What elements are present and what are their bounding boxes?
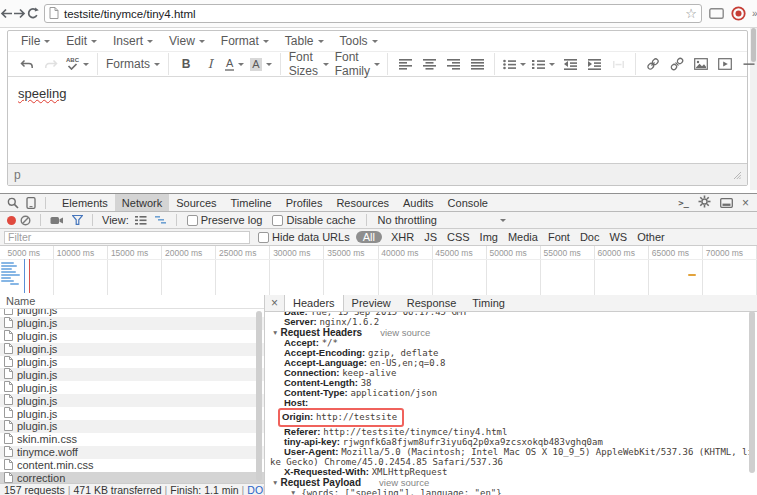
details-tab-headers[interactable]: Headers: [284, 295, 344, 311]
font-sizes-button[interactable]: Font Sizes: [286, 54, 333, 74]
devtools-close-icon[interactable]: ×: [742, 196, 749, 210]
italic-icon[interactable]: I: [198, 54, 222, 74]
undo-icon[interactable]: [15, 54, 39, 74]
align-center-icon[interactable]: [417, 54, 441, 74]
image-icon[interactable]: [689, 54, 713, 74]
network-overview-timeline[interactable]: 5000 ms10000 ms15000 ms20000 ms25000 ms3…: [0, 246, 757, 296]
tab-console[interactable]: Console: [441, 194, 495, 211]
nonbreaking-icon[interactable]: [606, 54, 630, 74]
filter-type-all[interactable]: All: [356, 231, 382, 243]
dom-content-loaded-link[interactable]: DOMContentLo…: [247, 484, 264, 495]
tab-resources[interactable]: Resources: [329, 194, 396, 211]
request-row[interactable]: correction: [0, 472, 264, 483]
tab-timeline[interactable]: Timeline: [224, 194, 279, 211]
filter-type-font[interactable]: Font: [548, 231, 570, 243]
request-row[interactable]: plugin.js: [0, 343, 264, 356]
details-tab-preview[interactable]: Preview: [344, 295, 399, 311]
payload-preview[interactable]: ▼ {words: ["speeling"], language: "en"}: [270, 488, 757, 495]
filter-type-media[interactable]: Media: [508, 231, 538, 243]
forward-icon[interactable]: [13, 4, 26, 24]
screenshot-camera-icon[interactable]: [50, 216, 64, 225]
menu-edit[interactable]: Edit: [59, 32, 106, 50]
misspelled-word[interactable]: speeling: [18, 86, 66, 101]
spellcheck-icon[interactable]: ABC: [63, 54, 92, 74]
menu-view[interactable]: View: [162, 32, 214, 50]
preserve-log-checkbox[interactable]: Preserve log: [187, 214, 263, 226]
align-justify-icon[interactable]: [465, 54, 489, 74]
menu-table[interactable]: Table: [278, 32, 333, 50]
request-row[interactable]: skin.min.css: [0, 433, 264, 446]
filter-type-other[interactable]: Other: [637, 231, 665, 243]
tab-audits[interactable]: Audits: [396, 194, 441, 211]
filter-type-img[interactable]: Img: [480, 231, 498, 243]
unlink-icon[interactable]: [665, 54, 689, 74]
formats-button[interactable]: Formats: [103, 54, 163, 74]
menu-insert[interactable]: Insert: [106, 32, 162, 50]
font-family-button[interactable]: Font Family: [332, 54, 382, 74]
filter-type-doc[interactable]: Doc: [580, 231, 600, 243]
checkbox-icon[interactable]: [258, 232, 269, 243]
reload-icon[interactable]: [26, 4, 39, 24]
link-icon[interactable]: [641, 54, 665, 74]
tab-network[interactable]: Network: [115, 194, 169, 211]
requests-scrollbar[interactable]: [256, 311, 262, 481]
menu-format[interactable]: Format: [214, 32, 278, 50]
filter-funnel-icon[interactable]: [72, 215, 83, 225]
inspect-magnifier-icon[interactable]: [4, 196, 22, 210]
adblock-hand-icon[interactable]: [731, 6, 746, 21]
disclosure-triangle-icon[interactable]: ▼: [272, 329, 278, 336]
section-header[interactable]: ▼Request Headersview source: [270, 327, 757, 338]
media-icon[interactable]: [713, 54, 737, 74]
menu-tools[interactable]: Tools: [333, 32, 387, 50]
disable-cache-checkbox[interactable]: Disable cache: [272, 214, 355, 226]
checkbox-icon[interactable]: [272, 215, 283, 226]
settings-gear-icon[interactable]: [698, 194, 711, 212]
tab-profiles[interactable]: Profiles: [279, 194, 330, 211]
redo-icon[interactable]: [39, 54, 63, 74]
request-row[interactable]: plugin.js: [0, 381, 264, 394]
address-bar[interactable]: testsite/tinymce/tiny4.html ☆: [44, 4, 702, 23]
hide-data-urls-checkbox[interactable]: Hide data URLs: [258, 231, 350, 243]
numbered-list-icon[interactable]: [529, 54, 558, 74]
menu-file[interactable]: File: [14, 32, 59, 50]
section-header[interactable]: ▼Request Payloadview source: [270, 477, 757, 488]
filter-type-js[interactable]: JS: [424, 231, 437, 243]
element-path[interactable]: p: [14, 168, 21, 182]
indent-icon[interactable]: [582, 54, 606, 74]
details-tab-response[interactable]: Response: [399, 295, 465, 311]
filter-type-css[interactable]: CSS: [447, 231, 470, 243]
filter-input[interactable]: [4, 231, 250, 244]
filter-type-ws[interactable]: WS: [609, 231, 627, 243]
align-right-icon[interactable]: [441, 54, 465, 74]
request-row[interactable]: content.min.css: [0, 459, 264, 472]
disclosure-triangle-icon[interactable]: ▼: [290, 489, 296, 495]
outdent-icon[interactable]: [558, 54, 582, 74]
view-waterfall-icon[interactable]: [155, 215, 167, 225]
device-mode-icon[interactable]: [22, 196, 40, 210]
request-row[interactable]: plugin.js: [0, 356, 264, 369]
align-left-icon[interactable]: [393, 54, 417, 74]
background-color-icon[interactable]: A: [247, 54, 274, 74]
clear-icon[interactable]: [20, 215, 31, 226]
bold-icon[interactable]: B: [174, 54, 198, 74]
checkbox-icon[interactable]: [187, 215, 198, 226]
disclosure-triangle-icon[interactable]: ▼: [272, 479, 278, 486]
text-color-icon[interactable]: A: [222, 54, 247, 74]
tab-sources[interactable]: Sources: [169, 194, 223, 211]
request-row[interactable]: tinymce.woff: [0, 446, 264, 459]
horizontal-rule-icon[interactable]: [737, 54, 757, 74]
console-drawer-icon[interactable]: >_: [678, 198, 689, 208]
close-details-icon[interactable]: ×: [265, 296, 284, 310]
column-header-name[interactable]: Name: [0, 295, 264, 309]
details-scrollbar[interactable]: [749, 311, 755, 473]
request-row[interactable]: plugin.js: [0, 309, 264, 317]
throttling-select[interactable]: No throttling: [378, 214, 506, 226]
tab-elements[interactable]: Elements: [55, 194, 115, 211]
back-icon[interactable]: [0, 4, 13, 24]
bookmark-star-icon[interactable]: ☆: [685, 6, 697, 21]
record-icon[interactable]: [7, 216, 16, 225]
request-row[interactable]: plugin.js: [0, 368, 264, 381]
resize-grip-icon[interactable]: [732, 168, 741, 182]
request-row[interactable]: plugin.js: [0, 420, 264, 433]
view-source-link[interactable]: view source: [380, 327, 430, 338]
